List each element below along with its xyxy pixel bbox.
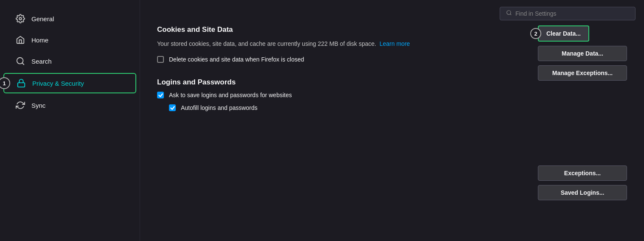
find-in-settings-input[interactable] <box>515 10 629 17</box>
search-nav-icon <box>15 56 25 66</box>
sidebar-item-privacy-security[interactable]: 1 Privacy & Security <box>3 73 136 93</box>
cookies-section: Cookies and Site Data Your stored cookie… <box>157 25 480 63</box>
home-icon <box>15 35 25 45</box>
sidebar-item-sync-label: Sync <box>31 102 45 109</box>
sidebar: General Home Search 1 Privac <box>0 0 140 241</box>
autofill-logins-row: Autofill logins and passwords <box>157 104 480 111</box>
delete-cookies-checkbox[interactable] <box>157 56 164 63</box>
saved-logins-button[interactable]: Saved Logins... <box>538 185 627 200</box>
annotation-badge-2: 2 <box>530 28 541 39</box>
main-content: Cookies and Site Data Your stored cookie… <box>140 0 644 241</box>
topbar <box>500 7 636 20</box>
sidebar-item-general-label: General <box>31 15 54 22</box>
sidebar-item-search-label: Search <box>31 58 52 65</box>
cookies-section-title: Cookies and Site Data <box>157 25 480 34</box>
gear-icon <box>15 14 25 24</box>
autofill-logins-checkbox[interactable] <box>169 104 176 111</box>
ask-save-logins-checkbox[interactable] <box>157 92 164 98</box>
manage-exceptions-button[interactable]: Manage Exceptions... <box>538 65 627 81</box>
sync-icon <box>15 100 25 110</box>
sidebar-item-search[interactable]: Search <box>3 52 136 70</box>
ask-save-logins-row: Ask to save logins and passwords for web… <box>157 92 480 98</box>
sidebar-item-home-label: Home <box>31 36 48 44</box>
logins-section-title: Logins and Passwords <box>157 78 480 87</box>
svg-point-4 <box>507 11 511 14</box>
find-in-settings-bar <box>500 7 636 20</box>
learn-more-link[interactable]: Learn more <box>380 40 410 47</box>
logins-section: Logins and Passwords Ask to save logins … <box>157 78 480 111</box>
delete-cookies-checkbox-row: Delete cookies and site data when Firefo… <box>157 56 480 63</box>
sidebar-item-general[interactable]: General <box>3 9 136 28</box>
search-icon <box>506 10 512 17</box>
svg-point-0 <box>19 17 22 20</box>
autofill-logins-label: Autofill logins and passwords <box>181 104 258 111</box>
sidebar-item-home[interactable]: Home <box>3 31 136 49</box>
clear-data-button[interactable]: Clear Data... <box>538 25 589 42</box>
logins-buttons: Exceptions... Saved Logins... <box>538 165 627 200</box>
annotation-badge-1: 1 <box>0 77 10 89</box>
svg-line-5 <box>510 14 512 15</box>
lock-icon <box>16 78 26 88</box>
manage-data-button[interactable]: Manage Data... <box>538 46 627 61</box>
cookies-section-description: Your stored cookies, site data, and cach… <box>157 39 480 48</box>
sidebar-item-sync[interactable]: Sync <box>3 96 136 115</box>
ask-save-logins-label: Ask to save logins and passwords for web… <box>169 92 292 98</box>
exceptions-button[interactable]: Exceptions... <box>538 165 627 181</box>
sidebar-item-privacy-security-label: Privacy & Security <box>32 80 84 87</box>
svg-line-2 <box>22 63 24 64</box>
svg-rect-3 <box>18 83 25 87</box>
cookies-buttons: 2 Clear Data... Manage Data... Manage Ex… <box>538 25 627 81</box>
delete-cookies-label: Delete cookies and site data when Firefo… <box>169 56 304 63</box>
